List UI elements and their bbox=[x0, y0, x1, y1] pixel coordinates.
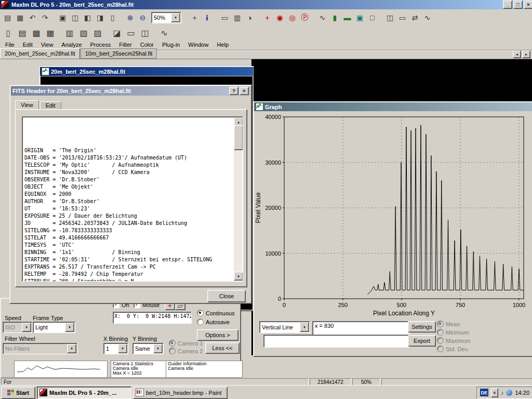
camera1-radio[interactable]: Camera 1 bbox=[169, 340, 203, 347]
line-profile-icon[interactable]: ∿ bbox=[316, 12, 328, 23]
film-strip-icon[interactable]: ▨ bbox=[91, 26, 104, 39]
combo-arrow-icon[interactable]: ▼ bbox=[118, 344, 127, 353]
batch-icon[interactable]: ▭ bbox=[396, 12, 408, 23]
combo-arrow-icon[interactable]: ▼ bbox=[65, 323, 74, 332]
combo-arrow-icon[interactable]: ▼ bbox=[300, 322, 309, 332]
stat-radio[interactable]: Maximum bbox=[437, 337, 471, 344]
menu-item[interactable]: Help bbox=[212, 40, 233, 49]
dual-view-icon[interactable]: ◫ bbox=[69, 12, 81, 23]
transfer-icon[interactable]: ⇄ bbox=[409, 12, 421, 23]
frame-icon[interactable]: □ bbox=[366, 12, 378, 23]
zoom-out-icon[interactable]: ⊖ bbox=[137, 12, 149, 23]
minimize-button[interactable]: _ bbox=[503, 1, 512, 9]
split-left-icon[interactable]: ◧ bbox=[82, 12, 94, 23]
screen-stretch-icon[interactable]: ▣ bbox=[57, 12, 69, 23]
info-icon[interactable]: ℹ bbox=[201, 12, 213, 23]
tab-scroll-left-icon[interactable]: ◄ bbox=[513, 50, 521, 58]
save-icon[interactable]: ▦ bbox=[14, 12, 26, 23]
graph-titlebar[interactable]: Graph bbox=[254, 102, 532, 111]
fits-header-line[interactable]: EXPOSURE = 25 / Dauer der Belichtung bbox=[24, 212, 242, 220]
fits-header-list[interactable]: ▲ ▼ ORIGIN = 'The Origin'DATE-OBS = '201… bbox=[22, 116, 243, 282]
x-position-input[interactable]: x = 830 bbox=[312, 321, 410, 335]
zoom-in-icon[interactable]: ⊕ bbox=[124, 12, 136, 23]
frame-type-combobox[interactable]: Light ▼ bbox=[33, 322, 75, 333]
fits-header-line[interactable]: BINNING = '1x1' / Binning bbox=[24, 249, 242, 256]
fits-dialog-titlebar[interactable]: FITS Header for 20m_bert_25sec_m28hal.fi… bbox=[11, 86, 250, 96]
redo-icon[interactable]: ↷ bbox=[39, 12, 51, 23]
information-window-icon[interactable]: ▭ bbox=[219, 12, 231, 23]
fits-header-line[interactable]: TELESCOP = 'My Optic' / Aufnahmeoptik bbox=[24, 162, 242, 169]
tray-collapse-icon[interactable]: « bbox=[491, 388, 498, 397]
night-vision-icon[interactable]: ◑ bbox=[244, 12, 256, 23]
scrollbar[interactable]: ▲ ▼ bbox=[234, 117, 242, 281]
combo-arrow-icon[interactable]: ▼ bbox=[153, 344, 163, 353]
fits-header-line[interactable]: EQUINOX = 2000 bbox=[24, 191, 242, 198]
zoom-level-combobox[interactable]: 50% ▼ bbox=[151, 12, 181, 23]
dialog-close-button[interactable]: × bbox=[240, 87, 249, 95]
tab-20m-bert[interactable]: 20m_bert_25sec_m28hal.fit bbox=[0, 48, 80, 59]
screen-stretch-window-icon[interactable]: ▥ bbox=[231, 12, 243, 23]
autosave-radio[interactable]: Autosave bbox=[197, 318, 230, 325]
stat-radio[interactable]: Std. Dev. bbox=[437, 345, 471, 352]
fits-header-line[interactable]: OBSERVER = 'Dr.B.Stober' bbox=[24, 176, 242, 183]
network-icon[interactable] bbox=[506, 390, 512, 396]
start-button[interactable]: Start bbox=[1, 387, 35, 399]
fits-header-line[interactable]: STARTIME = '02:05:31' / Sternzeit bei en… bbox=[24, 256, 242, 263]
scrollbar-thumb[interactable] bbox=[234, 125, 243, 150]
histogram-icon[interactable]: ▮ bbox=[329, 12, 341, 23]
crosshair-icon[interactable]: + bbox=[189, 12, 201, 23]
stat-radio[interactable]: Mean bbox=[437, 321, 471, 327]
curve-icon[interactable]: ∿ bbox=[421, 12, 433, 23]
new-icon[interactable]: ▯ bbox=[2, 26, 15, 39]
fits-header-line[interactable]: SITELAT = 49.4166666666667 bbox=[24, 234, 242, 242]
film-strip-icon[interactable]: ▥ bbox=[63, 26, 76, 39]
fits-header-line[interactable]: ORIGIN = 'The Origin' bbox=[24, 147, 242, 154]
tab-10m-bert[interactable]: 10m_bert_25secm25hal.fit bbox=[81, 48, 157, 59]
graph-window-icon[interactable]: ▬ bbox=[341, 12, 353, 23]
x-binning-combobox[interactable]: 1 ▼ bbox=[103, 343, 128, 354]
fits-header-line[interactable]: SITEELEV = 280 / Standorthöhe ü.n.N bbox=[24, 278, 242, 282]
settings-button[interactable]: Settings bbox=[408, 321, 436, 332]
continuous-radio[interactable]: Continuous bbox=[197, 310, 235, 316]
split-right-icon[interactable]: ◨ bbox=[94, 12, 106, 23]
app-titlebar[interactable]: MaxIm DL Pro 5 - 20m_bert_25sec_m28hal.f… bbox=[0, 0, 532, 9]
open-icon[interactable]: ▤ bbox=[16, 26, 29, 39]
printer-icon[interactable]: ▭ bbox=[124, 26, 138, 39]
taskbar-button-maxim[interactable]: MaxIm DL Pro 5 - 20m_... bbox=[37, 387, 131, 399]
fits-header-line[interactable]: TIMESYS = 'UTC' bbox=[24, 242, 242, 249]
fits-header-line[interactable]: INSTRUME = 'Nova3200' / CCD Kamera bbox=[24, 169, 242, 176]
aperture-icon[interactable]: ◉ bbox=[274, 12, 286, 23]
tab-scroll-right-icon[interactable]: ► bbox=[522, 50, 530, 58]
undo-icon[interactable]: ↶ bbox=[26, 12, 38, 23]
close-button[interactable]: Close bbox=[207, 290, 246, 302]
fits-header-line[interactable]: JD = 2456342.20373843 / JULIAN-Date Beli… bbox=[24, 220, 242, 227]
fits-header-line[interactable]: DATE-OBS = '2013/02/18T16:53:23'/ Aufnah… bbox=[24, 154, 242, 162]
script-icon[interactable]: ∿ bbox=[157, 26, 171, 39]
open-icon[interactable]: ▤ bbox=[2, 12, 14, 23]
y-binning-combobox[interactable]: Same ▼ bbox=[132, 343, 164, 354]
camera2-radio[interactable]: Camera 2 bbox=[169, 348, 203, 354]
scroll-down-icon[interactable]: ▼ bbox=[234, 272, 243, 281]
page-icon[interactable]: ▯ bbox=[107, 12, 118, 23]
language-indicator[interactable]: DE bbox=[480, 389, 488, 396]
convert-icon[interactable]: ◪ bbox=[110, 26, 124, 39]
annulus-icon[interactable]: ◎ bbox=[286, 12, 298, 23]
fits-header-line[interactable]: SITELONG = -10.7833333333333 bbox=[24, 227, 242, 234]
maximize-button[interactable]: □ bbox=[513, 1, 523, 9]
combo-arrow-icon[interactable]: ▼ bbox=[171, 13, 180, 22]
close-button[interactable]: × bbox=[524, 1, 532, 9]
printer-setup-icon[interactable]: ◫ bbox=[138, 26, 152, 39]
grid-icon[interactable]: ▣ bbox=[354, 12, 366, 23]
menu-item[interactable]: Plug-in bbox=[158, 40, 184, 49]
fits-header-line[interactable]: OBJECT = 'Me Objekt' bbox=[24, 183, 242, 191]
export-button[interactable]: Export bbox=[408, 335, 436, 347]
blink-icon[interactable]: ◫ bbox=[384, 12, 396, 23]
film-strip-icon[interactable]: ▧ bbox=[77, 26, 90, 39]
document-titlebar[interactable]: 20m_bert_25sec_m28hal.fit bbox=[40, 67, 253, 76]
secondary-input[interactable] bbox=[263, 335, 410, 348]
taskbar-button-paint[interactable]: bert_10m_header.bmp - Paint bbox=[133, 387, 228, 399]
volume-icon[interactable]: ♪ bbox=[501, 390, 504, 396]
fits-header-line[interactable]: UT = '16:53:23' bbox=[24, 205, 242, 212]
less-button[interactable]: Less << bbox=[205, 342, 240, 354]
fits-header-line[interactable]: EXPTRANS = 26.517 / Transferzeit Cam -> … bbox=[24, 263, 242, 271]
